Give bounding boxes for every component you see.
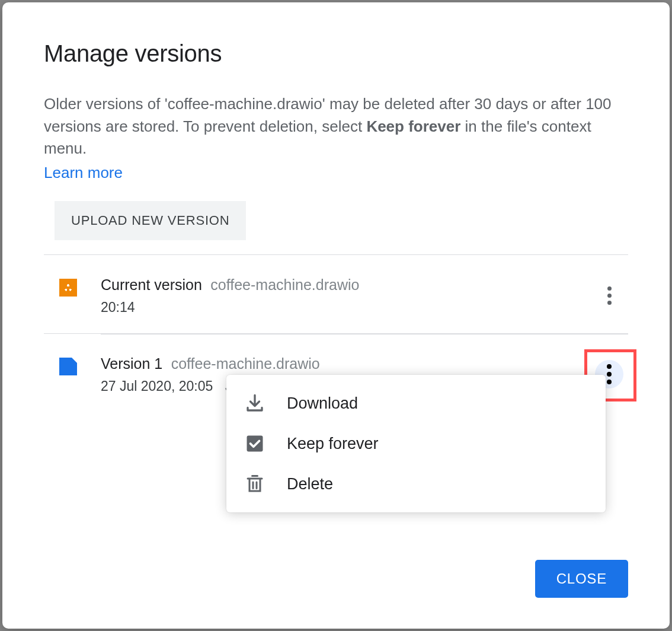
dialog-description: Older versions of 'coffee-machine.drawio… (44, 93, 628, 160)
more-vertical-icon (607, 364, 612, 384)
menu-item-keep-forever[interactable]: Keep forever (226, 423, 606, 464)
download-icon (244, 393, 265, 414)
version-info: Current version coffee-machine.drawio 20… (101, 276, 595, 316)
drawio-file-icon (59, 279, 77, 297)
version-timestamp: 20:14 (101, 299, 595, 316)
version-more-button[interactable] (595, 281, 623, 310)
upload-new-version-button[interactable]: UPLOAD NEW VERSION (55, 201, 246, 240)
manage-versions-dialog: Manage versions Older versions of 'coffe… (2, 2, 670, 629)
menu-item-delete[interactable]: Delete (226, 464, 606, 504)
version-label: Current version (101, 276, 202, 293)
menu-item-download[interactable]: Download (226, 383, 606, 423)
learn-more-link[interactable]: Learn more (44, 164, 123, 182)
version-context-menu: Download Keep forever Delete (226, 375, 606, 512)
dialog-title: Manage versions (44, 40, 628, 67)
version-label: Version 1 (101, 355, 162, 372)
version-row-current: Current version coffee-machine.drawio 20… (44, 255, 628, 333)
more-vertical-icon (607, 286, 612, 305)
checkbox-checked-icon (244, 433, 265, 454)
version-filename: coffee-machine.drawio (210, 276, 359, 293)
close-button[interactable]: CLOSE (535, 560, 628, 598)
trash-icon (244, 473, 265, 495)
svg-rect-0 (247, 436, 263, 452)
document-file-icon (59, 358, 77, 375)
version-filename: coffee-machine.drawio (171, 355, 320, 372)
